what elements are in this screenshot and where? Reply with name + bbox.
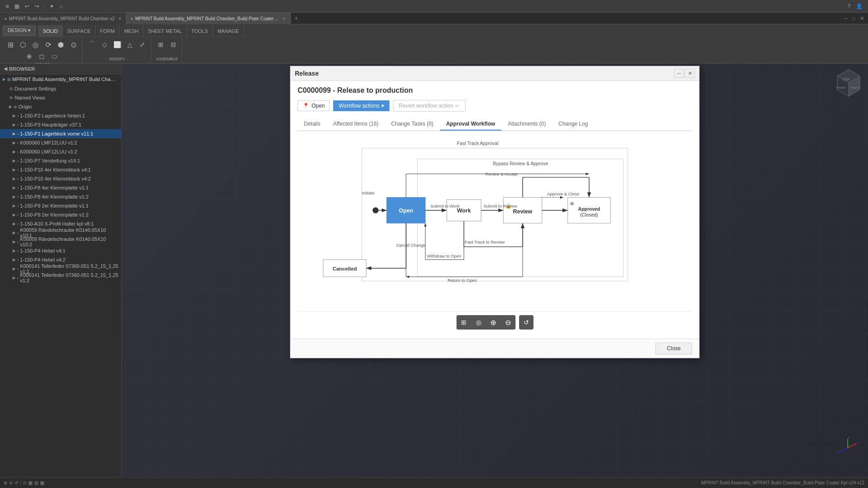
workflow-actions-btn[interactable]: Workflow actions ▾ xyxy=(333,100,389,111)
tab-2[interactable]: ● MPRINT Build Assembly_MPRINT Build Cha… xyxy=(127,13,291,24)
status-bar-icon-1[interactable]: ⊕ xyxy=(4,480,7,485)
app-grid-icon[interactable]: ▦ xyxy=(13,3,21,9)
sidebar-item-k141-2[interactable]: ▶ ▫ K000141 Tellerfeder 07360-051 5.2_15… xyxy=(0,273,121,282)
approve-close-label: Approve & Close xyxy=(547,191,579,196)
sidebar-item-p10-1[interactable]: ▶ ▫ 1-150-P10 4er Klemmblock v4:1 xyxy=(0,165,121,174)
status-bar-icon-3[interactable]: ↺ xyxy=(14,480,18,485)
toolbar-rigid[interactable]: ⊟ xyxy=(167,39,179,50)
app-menu-icon[interactable]: ≡ xyxy=(4,3,11,10)
sidebar-item-p10-2[interactable]: ▶ ▫ 1-150-P10 4er Klemmblock v4:2 xyxy=(0,174,121,183)
toolbar-extrude[interactable]: ⬡ xyxy=(17,39,29,50)
sidebar-item-lmf2[interactable]: ▶ ▫ K000060 LMF12LUU v1:2 xyxy=(0,147,121,156)
toolbar-scale[interactable]: ⤢ xyxy=(136,39,148,50)
sidebar-item-p4-1[interactable]: ▶ ▫ 1-150-P4 Hebel v4:1 xyxy=(0,246,121,255)
save-icon[interactable]: ✦ xyxy=(48,3,56,9)
sidebar-item-root[interactable]: ▶ ⊞ MPRINT Build Assembly_MPRINT Build C… xyxy=(0,74,121,84)
sidebar-item-p8-1[interactable]: ▶ ▫ 1-150-P8 4er Klemmplatte v1:1 xyxy=(0,183,121,192)
diagram-zoom-in-btn[interactable]: ⊕ xyxy=(486,315,501,330)
nav-tab-sheet[interactable]: SHEET METAL xyxy=(143,25,186,37)
dialog-minimize-btn[interactable]: ─ xyxy=(674,69,684,78)
doc-icon-p10-2: ▫ xyxy=(17,176,19,181)
review-label: Review xyxy=(513,208,533,215)
redo-icon[interactable]: ↪ xyxy=(33,3,41,9)
nav-tab-manage[interactable]: MANAGE xyxy=(213,25,244,37)
viewport-3d[interactable]: TOP FRONT RIGHT X Z Y xyxy=(122,63,868,477)
dialog-close-footer-btn[interactable]: Close xyxy=(656,343,692,354)
toolbar-shell[interactable]: ⬜ xyxy=(111,39,123,50)
help-icon[interactable]: ? xyxy=(845,3,852,9)
sidebar-item-lmf1[interactable]: ▶ ▫ K000060 LMF12LUU v1:1 xyxy=(0,138,121,147)
sidebar-item-p8-2[interactable]: ▶ ▫ 1-150-P8 4er Klemmplatte v1:2 xyxy=(0,192,121,201)
tab-1[interactable]: ● MPRINT Build Assembly_MPRINT Build Cha… xyxy=(0,13,127,24)
sidebar-item-p7[interactable]: ▶ ▫ 1-150-P7 Versteifung v14:1 xyxy=(0,156,121,165)
diagram-fit-btn[interactable]: ⊞ xyxy=(457,315,471,330)
diagram-reset-btn[interactable]: ↺ xyxy=(519,315,533,330)
toolbar-cylinder[interactable]: ⬭ xyxy=(49,50,60,62)
sidebar-item-a10[interactable]: ▶ ▫ 1-150-A10 X-Profil Halter kpl v8:1 xyxy=(0,219,121,228)
toolbar-new-component[interactable]: ⊞ xyxy=(5,39,16,50)
maximize-btn[interactable]: □ xyxy=(850,15,857,22)
tab-attachments[interactable]: Attachments (0) xyxy=(502,118,552,131)
revert-icon: ↩ xyxy=(455,103,460,109)
expand-icon-p9-2: ▶ xyxy=(13,212,16,217)
undo-icon[interactable]: ↩ xyxy=(23,3,31,9)
sidebar-item-origin[interactable]: ▶ ⊕ Origin xyxy=(0,102,121,111)
sidebar-item-p4-2[interactable]: ▶ ▫ 1-150-P4 Hebel v4:2 xyxy=(0,255,121,264)
tab-change-tasks[interactable]: Change Tasks (0) xyxy=(385,118,440,131)
design-dropdown[interactable]: DESIGN ▾ xyxy=(3,26,36,36)
status-bar-icon-4[interactable]: ⊙ xyxy=(23,480,27,485)
status-bar-icon-2[interactable]: ⊖ xyxy=(9,480,13,485)
tab-1-close[interactable]: ✕ xyxy=(118,16,122,21)
tab-2-orange-dot: ● xyxy=(131,17,133,21)
sidebar-item-p2[interactable]: ▶ ▫ 1-150-P2 Lagerblock hinten:1 xyxy=(0,111,121,120)
diagram-zoom-out-btn[interactable]: ⊖ xyxy=(501,315,515,330)
toolbar-revolve[interactable]: ◎ xyxy=(30,39,41,50)
tab-details[interactable]: Details xyxy=(298,118,327,131)
sidebar-item-p3[interactable]: ▶ ▫ 1-150-P3 Hauptträger v37:1 xyxy=(0,120,121,129)
status-bar-icon-5[interactable]: ▦ xyxy=(28,480,32,485)
tab-change-log[interactable]: Change Log xyxy=(552,118,594,131)
dialog-tabs: Details Affected Items (16) Change Tasks… xyxy=(298,118,692,131)
sidebar-item-p9-2[interactable]: ▶ ▫ 1-150-P9 2er Klemmplatte v1:2 xyxy=(0,210,121,219)
revert-workflow-btn[interactable]: Revert workflow action ↩ xyxy=(393,100,466,112)
status-bar-icon-6[interactable]: ▤ xyxy=(34,480,38,485)
sidebar-item-named-views[interactable]: 👁 Named Views xyxy=(0,93,121,102)
tab-2-close[interactable]: ✕ xyxy=(282,16,286,21)
sidebar-item-p1[interactable]: ▶ ▫ 1-150-P1 Lagerblock vorne v11:1 xyxy=(0,129,121,138)
toolbar-chamfer[interactable]: ◇ xyxy=(99,39,110,50)
sidebar-collapse-icon[interactable]: ◀ xyxy=(4,66,7,72)
nav-tab-mesh[interactable]: MESH xyxy=(120,25,144,37)
expand-icon-p4-2: ▶ xyxy=(13,258,16,262)
expand-icon-p3: ▶ xyxy=(13,122,16,127)
sidebar-item-k59-2[interactable]: ▶ ▫ K00059 Rändelschraube K0140.05X10 v1… xyxy=(0,237,121,246)
toolbar-box[interactable]: ◻ xyxy=(36,50,48,62)
bypass-label: Bypass Review & Approve xyxy=(493,161,548,166)
toolbar-hole[interactable]: ⊙ xyxy=(68,39,79,50)
diagram-center-btn[interactable]: ◎ xyxy=(471,315,486,330)
status-bar-icon-7[interactable]: ▦ xyxy=(40,480,44,485)
minimize-btn[interactable]: ─ xyxy=(842,15,850,22)
nav-tab-form[interactable]: FORM xyxy=(95,25,119,37)
account-icon[interactable]: 👤 xyxy=(854,3,864,9)
sidebar-item-doc-settings[interactable]: ⚙ Document Settings xyxy=(0,84,121,93)
nav-tab-tools[interactable]: TOOLS xyxy=(187,25,213,37)
sidebar-item-p9-1[interactable]: ▶ ▫ 1-150-P9 2er Klemmplatte v1:1 xyxy=(0,201,121,210)
origin-icon: ⊕ xyxy=(14,104,17,109)
nav-tab-solid[interactable]: SOLID xyxy=(38,25,63,37)
toolbar-loft[interactable]: ⬢ xyxy=(55,39,67,50)
toolbar-fillet[interactable]: ⌒ xyxy=(86,39,98,50)
new-tab-btn[interactable]: + xyxy=(291,13,301,24)
toolbar-sweep[interactable]: ⟳ xyxy=(42,39,54,50)
sidebar-item-k59-1[interactable]: ▶ ▫ K00059 Rändelschraube K0140.05X10 v1… xyxy=(0,228,121,237)
sidebar-item-k141-1[interactable]: ▶ ▫ K000141 Tellerfeder 07360-051 5.2_15… xyxy=(0,264,121,273)
toolbar-draft[interactable]: △ xyxy=(124,39,136,50)
home-icon[interactable]: ⌂ xyxy=(58,3,64,9)
nav-tab-surface[interactable]: SURFACE xyxy=(63,25,95,37)
tab-approval-workflow[interactable]: Approval Workflow xyxy=(440,118,502,131)
dialog-close-btn[interactable]: ✕ xyxy=(685,69,695,78)
toolbar-thread[interactable]: ⊕ xyxy=(23,50,35,62)
close-window-btn[interactable]: ✕ xyxy=(858,15,866,22)
tab-affected[interactable]: Affected Items (16) xyxy=(327,118,385,131)
expand-icon-p7: ▶ xyxy=(13,158,16,163)
toolbar-joint[interactable]: ⊞ xyxy=(155,39,167,50)
